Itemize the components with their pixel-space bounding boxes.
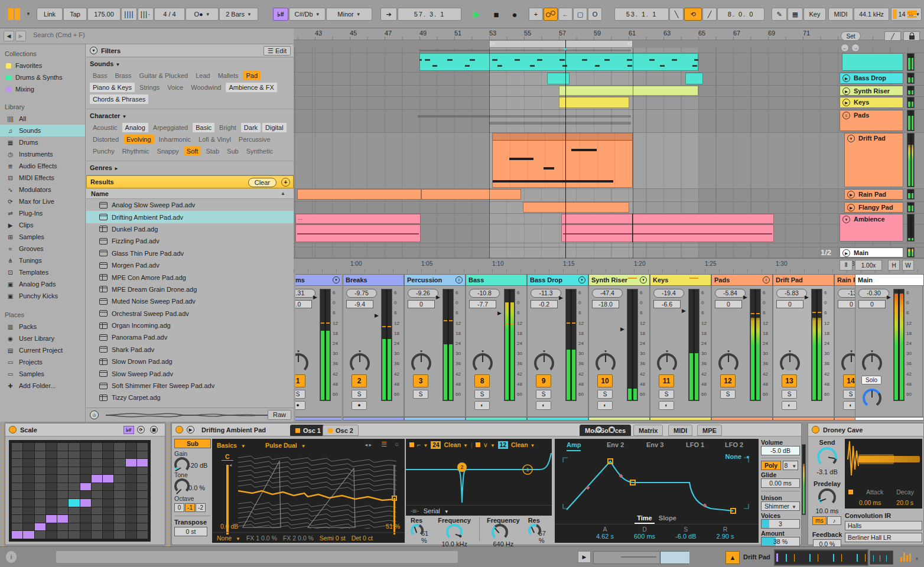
view-mode-icon[interactable]: ☰ bbox=[381, 441, 387, 448]
scale-grid-cell[interactable] bbox=[114, 515, 125, 523]
scale-grid-cell[interactable] bbox=[126, 491, 136, 498]
volume-fader-handle[interactable]: ▶ bbox=[887, 294, 891, 300]
track-name[interactable]: Flangy Pad bbox=[858, 204, 893, 211]
punch-in-button[interactable]: ╲ bbox=[669, 8, 684, 21]
scale-grid-cell[interactable] bbox=[12, 459, 22, 467]
time-ruler[interactable] bbox=[294, 258, 924, 273]
prev-wave-icon[interactable]: ◂ ▸ bbox=[365, 442, 372, 448]
zoom-height-button[interactable]: H bbox=[888, 260, 900, 271]
zoom-width-button[interactable]: W bbox=[902, 260, 914, 271]
decay-value[interactable]: 600 ms bbox=[634, 533, 655, 540]
semi-value[interactable]: Semi 0 st bbox=[320, 535, 346, 542]
track-fold-icon[interactable]: ▶ bbox=[847, 191, 855, 198]
pan-knob[interactable] bbox=[411, 353, 431, 373]
filter-tag[interactable]: Brass bbox=[112, 71, 134, 80]
mixer-track-name[interactable]: Bass Drop ▼ bbox=[527, 274, 588, 286]
scale-grid-cell[interactable] bbox=[69, 467, 79, 475]
solo-button[interactable]: S bbox=[720, 390, 736, 399]
ir-on-toggle[interactable] bbox=[848, 490, 853, 494]
library-item[interactable]: ⊟ MIDI Effects bbox=[0, 172, 85, 184]
track-activator[interactable]: 8 bbox=[474, 374, 490, 387]
predelay-knob[interactable] bbox=[818, 488, 836, 506]
audition-icon[interactable]: ⫴ bbox=[840, 260, 853, 271]
scale-grid-cell[interactable] bbox=[114, 467, 125, 475]
wavetable-bank-menu[interactable]: Basics ▼ bbox=[217, 442, 246, 449]
scale-grid-cell[interactable] bbox=[46, 499, 57, 507]
release-value[interactable]: 2.90 s bbox=[717, 533, 734, 540]
peak-level-display[interactable]: -47.4 bbox=[592, 289, 623, 298]
filter-tag[interactable]: Pad bbox=[243, 71, 261, 80]
track-name[interactable]: Main bbox=[854, 249, 868, 256]
scale-grid-cell[interactable] bbox=[137, 531, 148, 539]
subtab-amp[interactable]: Amp bbox=[567, 441, 581, 451]
filter-tag[interactable]: Inharmonic bbox=[156, 135, 194, 144]
sustain-value[interactable]: -6.0 dB bbox=[675, 533, 696, 540]
library-item[interactable]: ▣ Analog Pads bbox=[0, 278, 85, 290]
scale-grid-cell[interactable] bbox=[137, 507, 148, 515]
meter-menu-caret-icon[interactable]: ▼ bbox=[915, 556, 919, 562]
scale-grid-cell[interactable] bbox=[137, 459, 148, 467]
set-button[interactable]: Set bbox=[841, 31, 861, 41]
genres-filter-title[interactable]: Genres ► bbox=[86, 161, 294, 175]
places-item[interactable]: ◉ User Library bbox=[0, 333, 85, 344]
clear-filters-button[interactable]: Clear bbox=[248, 178, 276, 187]
subtab-lfo2[interactable]: LFO 2 bbox=[725, 441, 743, 448]
result-row[interactable]: Fizzling Pad.adv bbox=[86, 235, 294, 247]
scale-grid-cell[interactable] bbox=[137, 467, 148, 475]
volume-fader-handle[interactable]: ▶ bbox=[805, 294, 809, 300]
draw-mode-button[interactable]: ✎ bbox=[772, 8, 787, 21]
volume-field[interactable]: -18.0 bbox=[592, 300, 619, 308]
scale-grid-cell[interactable] bbox=[57, 459, 68, 467]
scale-grid-cell[interactable] bbox=[103, 483, 113, 491]
volume-field[interactable]: -0.2 bbox=[531, 300, 558, 308]
scale-grid-cell[interactable] bbox=[12, 467, 22, 475]
midi-note[interactable] bbox=[509, 158, 533, 160]
transpose-field[interactable]: 0 st bbox=[174, 527, 207, 536]
track-fold-icon[interactable]: ≡ bbox=[842, 112, 850, 119]
scale-grid-cell[interactable] bbox=[57, 491, 68, 498]
library-item[interactable]: ▣ Punchy Kicks bbox=[0, 290, 85, 302]
arm-button[interactable]: ● bbox=[295, 401, 305, 410]
scale-grid-cell[interactable] bbox=[57, 507, 68, 515]
filter-tag[interactable]: Strings bbox=[136, 83, 162, 92]
scale-grid-cell[interactable] bbox=[80, 483, 91, 491]
volume-field[interactable]: 0 bbox=[715, 300, 742, 308]
result-row[interactable]: Soft Shimmer Filter Sweep Pad.adv bbox=[86, 380, 294, 392]
octave-minus1-button[interactable]: -1 bbox=[185, 503, 195, 512]
track-name[interactable]: Ambience bbox=[854, 216, 885, 223]
scale-grid-cell[interactable] bbox=[137, 515, 148, 523]
arrangement-clip[interactable] bbox=[295, 224, 421, 242]
scale-grid-cell[interactable] bbox=[137, 491, 148, 498]
lock-envelopes-button[interactable] bbox=[903, 31, 920, 41]
forward-icon[interactable]: ▶ bbox=[15, 31, 26, 41]
glide-field[interactable]: 0.00 ms bbox=[761, 478, 800, 488]
track-name[interactable]: Drift Pad bbox=[858, 135, 886, 142]
scale-grid-cell[interactable] bbox=[80, 491, 91, 498]
next-marker-icon[interactable]: → bbox=[851, 44, 860, 52]
add-filter-icon[interactable]: + bbox=[281, 178, 290, 187]
scale-grid-cell[interactable] bbox=[114, 443, 125, 451]
subtab-env2[interactable]: Env 2 bbox=[607, 441, 624, 448]
filter-tag[interactable]: Percussive bbox=[236, 135, 274, 144]
scale-grid-cell[interactable] bbox=[103, 443, 113, 451]
result-row[interactable]: Muted Noise Sweep Pad.adv bbox=[86, 295, 294, 307]
filter-tag[interactable]: Dark bbox=[241, 123, 261, 132]
capture-midi-button[interactable]: O bbox=[588, 8, 602, 21]
tab-osc2[interactable]: Osc 2 bbox=[323, 425, 359, 436]
track-activator[interactable]: 13 bbox=[782, 374, 797, 387]
filter-tag[interactable]: Acoustic bbox=[90, 123, 121, 132]
volume-field[interactable]: 0 bbox=[776, 300, 803, 308]
volume-field[interactable]: -7.7 bbox=[469, 300, 496, 308]
scale-grid-cell[interactable] bbox=[35, 467, 45, 475]
arm-button[interactable]: ◐ bbox=[843, 401, 855, 410]
mixer-track-name[interactable]: Bass bbox=[466, 274, 527, 286]
punch-out-button[interactable]: ╱ bbox=[702, 8, 717, 21]
character-filter-title[interactable]: Character ▼ bbox=[86, 109, 294, 120]
scale-grid-cell[interactable] bbox=[80, 531, 91, 539]
raw-button[interactable]: Raw bbox=[268, 410, 291, 420]
results-name-column-header[interactable]: Name ▲ bbox=[86, 188, 294, 199]
track-header-icon[interactable]: ▼ bbox=[578, 276, 585, 284]
amp-envelope-display[interactable] bbox=[558, 452, 753, 514]
subtab-env3[interactable]: Env 3 bbox=[646, 441, 663, 448]
sub-button[interactable]: Sub bbox=[174, 439, 211, 448]
